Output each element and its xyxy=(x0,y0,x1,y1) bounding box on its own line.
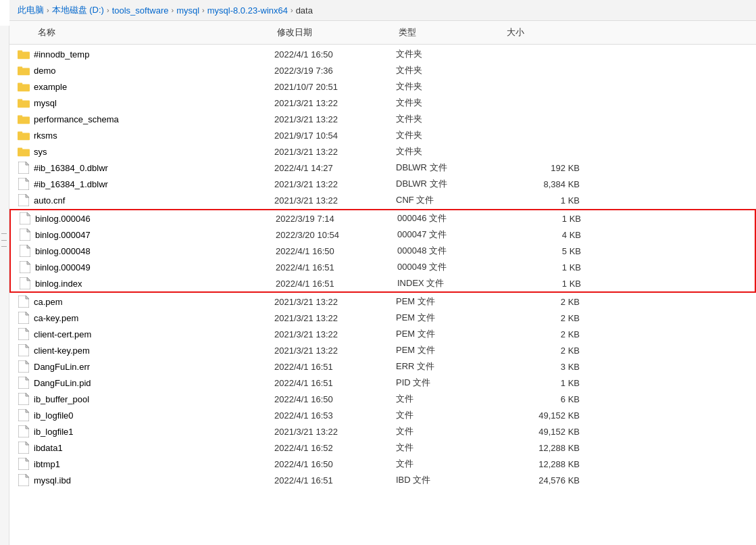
file-name: mysql xyxy=(34,98,57,108)
svg-marker-15 xyxy=(26,162,29,165)
breadcrumb-disk[interactable]: 本地磁盘 (D:) xyxy=(52,4,104,16)
svg-rect-3 xyxy=(18,67,22,70)
file-name: ib_logfile1 xyxy=(34,427,74,437)
file-name-cell: ib_logfile0 xyxy=(18,409,274,421)
file-name: ca-key.pem xyxy=(34,313,78,323)
table-row[interactable]: binlog.0000472022/3/20 10:54000047 文件4 K… xyxy=(11,227,755,243)
file-name: binlog.000049 xyxy=(35,262,91,272)
file-name: mysql.ibd xyxy=(34,475,71,485)
svg-marker-17 xyxy=(26,178,29,181)
file-name-cell: binlog.000048 xyxy=(19,245,276,257)
table-row[interactable]: binlog.index2022/4/1 16:51INDEX 文件1 KB xyxy=(11,275,755,291)
file-type: INDEX 文件 xyxy=(397,277,505,289)
table-row[interactable]: DangFuLin.err2022/4/1 16:51ERR 文件3 KB xyxy=(9,358,756,375)
col-type[interactable]: 类型 xyxy=(396,24,504,41)
breadcrumb-mysql[interactable]: mysql xyxy=(176,5,199,16)
table-row[interactable]: ib_buffer_pool2022/4/1 16:50文件6 KB xyxy=(9,391,756,407)
breadcrumb-sep-5: › xyxy=(291,6,293,14)
folder-icon xyxy=(18,145,30,158)
table-row[interactable]: auto.cnf2021/3/21 13:22CNF 文件1 KB xyxy=(9,192,756,208)
file-name-cell: ibtmp1 xyxy=(18,458,274,470)
breadcrumb-mysqlver[interactable]: mysql-8.0.23-winx64 xyxy=(207,5,288,16)
file-size: 1 KB xyxy=(504,195,585,206)
table-row[interactable]: ca-key.pem2021/3/21 13:22PEM 文件2 KB xyxy=(9,310,756,326)
breadcrumb-sep-3: › xyxy=(171,6,174,14)
file-type: 000047 文件 xyxy=(397,229,505,241)
table-row[interactable]: example2021/10/7 20:51文件夹 xyxy=(9,78,756,95)
table-row[interactable]: #ib_16384_0.dblwr2022/4/1 14:27DBLWR 文件1… xyxy=(9,160,756,176)
file-type: PEM 文件 xyxy=(396,328,504,340)
file-type: PEM 文件 xyxy=(396,312,504,324)
table-row[interactable]: DangFuLin.pid2022/4/1 16:51PID 文件1 KB xyxy=(9,375,756,391)
file-date: 2022/4/1 16:51 xyxy=(274,378,396,388)
file-icon xyxy=(18,409,30,421)
breadcrumb-data: data xyxy=(296,5,313,16)
svg-marker-51 xyxy=(26,458,29,461)
table-row[interactable]: ibtmp12022/4/1 16:50文件12,288 KB xyxy=(9,456,756,472)
table-row[interactable]: ib_logfile12021/3/21 13:22文件49,152 KB xyxy=(9,423,756,440)
file-size: 1 KB xyxy=(504,378,585,388)
file-name: binlog.000046 xyxy=(35,214,91,224)
file-date: 2021/3/21 13:22 xyxy=(274,114,396,124)
file-icon xyxy=(18,178,30,190)
file-type: DBLWR 文件 xyxy=(396,178,504,190)
table-row[interactable]: mysql.ibd2022/4/1 16:51IBD 文件24,576 KB xyxy=(9,472,756,488)
file-type: 文件夹 xyxy=(396,48,504,60)
file-date: 2022/4/1 16:51 xyxy=(276,262,397,272)
file-size: 1 KB xyxy=(505,214,586,224)
svg-marker-23 xyxy=(27,229,30,232)
file-name: binlog.index xyxy=(35,279,82,289)
breadcrumb-pc[interactable]: 此电脑 xyxy=(18,4,44,16)
table-row[interactable]: mysql2021/3/21 13:22文件夹 xyxy=(9,95,756,111)
file-type: 文件夹 xyxy=(396,113,504,125)
file-name-cell: demo xyxy=(18,64,274,76)
file-name-cell: ca-key.pem xyxy=(18,312,274,324)
table-row[interactable]: binlog.0000492022/4/1 16:51000049 文件1 KB xyxy=(11,259,755,275)
table-row[interactable]: ca.pem2021/3/21 13:22PEM 文件2 KB xyxy=(9,293,756,310)
file-name-cell: binlog.000046 xyxy=(19,212,276,224)
file-name: DangFuLin.err xyxy=(34,362,90,372)
file-size: 49,152 KB xyxy=(504,410,585,421)
table-row[interactable]: binlog.0000482022/4/1 16:50000048 文件5 KB xyxy=(11,243,755,259)
table-row[interactable]: performance_schema2021/3/21 13:22文件夹 xyxy=(9,111,756,127)
table-row[interactable]: #ib_16384_1.dblwr2021/3/21 13:22DBLWR 文件… xyxy=(9,176,756,192)
file-name-cell: client-cert.pem xyxy=(18,328,274,340)
file-date: 2022/4/1 16:51 xyxy=(276,279,397,289)
table-row[interactable]: client-key.pem2021/3/21 13:22PEM 文件2 KB xyxy=(9,342,756,358)
file-icon xyxy=(18,425,30,437)
col-name[interactable]: 名称 xyxy=(18,24,274,41)
file-size: 2 KB xyxy=(504,329,585,339)
table-row[interactable]: demo2022/3/19 7:36文件夹 xyxy=(9,62,756,78)
file-icon xyxy=(19,229,31,241)
file-icon xyxy=(18,344,30,356)
breadcrumb-tools[interactable]: tools_software xyxy=(112,5,169,16)
table-row[interactable]: binlog.0000462022/3/19 7:14000046 文件1 KB xyxy=(11,210,755,227)
file-date: 2022/4/1 16:50 xyxy=(276,246,397,256)
file-name: ca.pem xyxy=(34,297,63,307)
file-name: ibtmp1 xyxy=(34,459,60,469)
svg-marker-35 xyxy=(26,328,29,331)
file-name-cell: DangFuLin.pid xyxy=(18,377,274,389)
svg-marker-19 xyxy=(26,194,29,197)
folder-icon xyxy=(18,113,30,125)
column-headers: 名称 修改日期 类型 大小 xyxy=(9,21,756,45)
svg-marker-49 xyxy=(26,442,29,445)
file-name-cell: ibdata1 xyxy=(18,442,274,454)
col-date[interactable]: 修改日期 xyxy=(274,24,396,41)
file-type: PEM 文件 xyxy=(396,344,504,356)
table-row[interactable]: ib_logfile02022/4/1 16:53文件49,152 KB xyxy=(9,407,756,423)
svg-marker-21 xyxy=(27,212,30,216)
table-row[interactable]: ibdata12022/4/1 16:52文件12,288 KB xyxy=(9,440,756,456)
file-name-cell: #ib_16384_1.dblwr xyxy=(18,178,274,190)
table-row[interactable]: rksms2021/9/17 10:54文件夹 xyxy=(9,127,756,143)
file-name-cell: example xyxy=(18,80,274,93)
table-row[interactable]: sys2021/3/21 13:22文件夹 xyxy=(9,143,756,160)
file-name-cell: ib_buffer_pool xyxy=(18,393,274,405)
file-size: 1 KB xyxy=(505,262,586,272)
file-size: 8,384 KB xyxy=(504,179,585,189)
svg-rect-5 xyxy=(18,83,22,86)
col-size[interactable]: 大小 xyxy=(504,24,585,41)
table-row[interactable]: #innodb_temp2022/4/1 16:50文件夹 xyxy=(9,46,756,62)
binlog-highlight-group: binlog.0000462022/3/19 7:14000046 文件1 KB… xyxy=(9,209,756,293)
table-row[interactable]: client-cert.pem2021/3/21 13:22PEM 文件2 KB xyxy=(9,326,756,342)
